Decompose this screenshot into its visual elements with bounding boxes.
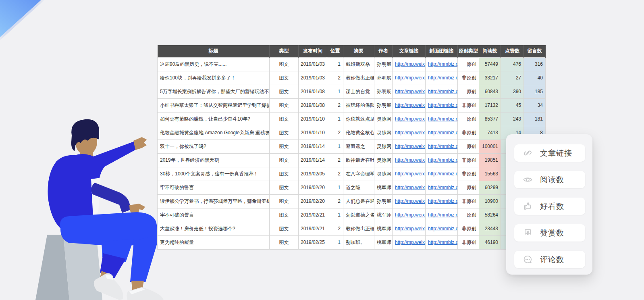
cell-type: 图文 bbox=[270, 167, 299, 181]
panel-item-label: 阅读数 bbox=[540, 175, 564, 185]
cover-link[interactable]: http://mmbiz.c bbox=[428, 198, 458, 204]
cell-reads: 33217 bbox=[479, 71, 501, 85]
eye-icon bbox=[522, 174, 533, 185]
table-row: 给你100块，别再给我发拼多多了！图文2019/01/032教你做出正确孙明展h… bbox=[158, 71, 546, 85]
cell-cover: http://mmbiz.c bbox=[426, 153, 458, 167]
table-row: 30秒，1000个文案灵感，这有一份真香推荐！图文2019/02/052在八字命… bbox=[158, 167, 546, 181]
cell-pos: 1 bbox=[327, 181, 343, 194]
article-link[interactable]: http://mp.weix bbox=[395, 61, 425, 67]
cell-summary: 别加班。 bbox=[343, 235, 374, 249]
article-link[interactable]: http://mp.weix bbox=[395, 116, 425, 122]
cell-title: 这届90后的黑历史，说不完...... bbox=[158, 57, 270, 71]
cell-type: 图文 bbox=[270, 112, 299, 126]
cell-cover: http://mmbiz.c bbox=[426, 57, 458, 71]
cover-link[interactable]: http://mmbiz.c bbox=[428, 130, 458, 135]
cell-orig: 原创 bbox=[458, 57, 479, 71]
cell-comments: 316 bbox=[524, 57, 546, 71]
metrics-panel: 文章链接阅读数好看数赞赏数评论数 bbox=[506, 134, 592, 275]
cover-link[interactable]: http://mmbiz.c bbox=[428, 157, 458, 163]
cell-cover: http://mmbiz.c bbox=[426, 98, 458, 112]
article-link[interactable]: http://mp.weix bbox=[395, 240, 425, 245]
cell-pos: 1 bbox=[327, 235, 343, 249]
column-header-orig: 原创类型 bbox=[458, 45, 479, 57]
cell-title: 如何更有策略的赚钱，让自己少奋斗10年? bbox=[158, 112, 270, 126]
article-link[interactable]: http://mp.weix bbox=[395, 89, 425, 94]
cell-title: 伦敦金融城黄金腹地 Amazon Google旁新房 重磅发售 bbox=[158, 126, 270, 140]
thumbs-up-icon bbox=[522, 201, 533, 212]
cover-link[interactable]: http://mmbiz.c bbox=[428, 240, 458, 245]
cover-link[interactable]: http://mmbiz.c bbox=[428, 185, 458, 190]
cell-link: http://mp.weix bbox=[393, 126, 426, 140]
cell-date: 2019/02/21 bbox=[299, 208, 327, 222]
article-link[interactable]: http://mp.weix bbox=[395, 75, 425, 81]
panel-item-link[interactable]: 文章链接 bbox=[514, 144, 585, 162]
cell-summary: 欧神最近在吐 bbox=[343, 153, 374, 167]
cell-pos: 1 bbox=[327, 57, 343, 71]
comment-icon bbox=[522, 254, 533, 265]
cell-orig: 原创 bbox=[458, 85, 479, 98]
cell-orig: 非原创 bbox=[458, 235, 479, 249]
article-link[interactable]: http://mp.weix bbox=[395, 212, 425, 218]
cell-orig: 非原创 bbox=[458, 71, 479, 85]
cell-type: 图文 bbox=[270, 71, 299, 85]
cell-reads: 19851 bbox=[479, 153, 501, 167]
cover-link[interactable]: http://mmbiz.c bbox=[428, 61, 458, 67]
cell-cover: http://mmbiz.c bbox=[426, 235, 458, 249]
table-row: 2019年，世界经济的黑天鹅图文2019/01/142欧神最近在吐灵脉网http… bbox=[158, 153, 546, 167]
cell-type: 图文 bbox=[270, 181, 299, 194]
cell-title: 更为精纯的能量 bbox=[158, 235, 270, 249]
article-link[interactable]: http://mp.weix bbox=[395, 102, 425, 108]
cover-link[interactable]: http://mmbiz.c bbox=[428, 75, 458, 81]
cell-likes: 476 bbox=[501, 57, 524, 71]
table-row: 小红书种草太狠了：我从交智商税笔记里学到了爆款套路图文2019/01/082被玩… bbox=[158, 98, 546, 112]
cell-summary: 被玩坏的保险 bbox=[343, 98, 374, 112]
cover-link[interactable]: http://mmbiz.c bbox=[428, 226, 458, 231]
cell-author: 孙明展 bbox=[374, 57, 393, 71]
article-link[interactable]: http://mp.weix bbox=[395, 226, 425, 231]
cell-cover: http://mmbiz.c bbox=[426, 208, 458, 222]
cell-orig: 非原创 bbox=[458, 194, 479, 208]
cell-reads: 58264 bbox=[479, 208, 501, 222]
cover-link[interactable]: http://mmbiz.c bbox=[428, 116, 458, 122]
article-link[interactable]: http://mp.weix bbox=[395, 185, 425, 190]
column-header-date: 发布时间 bbox=[299, 45, 327, 57]
cell-date: 2019/01/03 bbox=[299, 57, 327, 71]
cell-title: 牢不可破的誓言 bbox=[158, 208, 270, 222]
cell-author: 桃军师 bbox=[374, 208, 393, 222]
article-link[interactable]: http://mp.weix bbox=[395, 130, 425, 135]
panel-item-reward[interactable]: 赞赏数 bbox=[514, 224, 585, 242]
cell-type: 图文 bbox=[270, 98, 299, 112]
panel-item-thumbs-up[interactable]: 好看数 bbox=[514, 198, 585, 215]
panel-item-comment[interactable]: 评论数 bbox=[514, 251, 585, 268]
cell-comments: 185 bbox=[524, 85, 546, 98]
table-row: 牢不可破的誓言图文2019/02/211勿以道德之名桃军师http://mp.w… bbox=[158, 208, 546, 222]
article-link[interactable]: http://mp.weix bbox=[395, 144, 425, 149]
cover-link[interactable]: http://mmbiz.c bbox=[428, 89, 458, 94]
article-link[interactable]: http://mp.weix bbox=[395, 157, 425, 163]
cell-orig: 原创 bbox=[458, 181, 479, 194]
cover-link[interactable]: http://mmbiz.c bbox=[428, 144, 458, 149]
cover-link[interactable]: http://mmbiz.c bbox=[428, 212, 458, 218]
cell-type: 图文 bbox=[270, 85, 299, 98]
cell-author: 桃军师 bbox=[374, 235, 393, 249]
person-leg-straight bbox=[130, 235, 158, 282]
cell-date: 2019/01/14 bbox=[299, 140, 327, 153]
cell-summary: 教你做出正确 bbox=[343, 71, 374, 85]
column-header-likes: 点赞数 bbox=[501, 45, 524, 57]
cell-comments: 181 bbox=[524, 112, 546, 126]
cover-link[interactable]: http://mmbiz.c bbox=[428, 102, 458, 108]
cell-summary: 避而远之 bbox=[343, 140, 374, 153]
column-header-summary: 摘要 bbox=[343, 45, 374, 57]
cell-link: http://mp.weix bbox=[393, 181, 426, 194]
column-header-author: 作者 bbox=[374, 45, 393, 57]
cell-pos: 2 bbox=[327, 71, 343, 85]
cell-reads: 7413 bbox=[479, 126, 501, 140]
panel-item-eye[interactable]: 阅读数 bbox=[514, 171, 585, 188]
cell-orig: 原创 bbox=[458, 112, 479, 126]
article-link[interactable]: http://mp.weix bbox=[395, 198, 425, 204]
cover-link[interactable]: http://mmbiz.c bbox=[428, 171, 458, 177]
reward-icon bbox=[522, 227, 533, 238]
cell-likes: 390 bbox=[501, 85, 524, 98]
article-link[interactable]: http://mp.weix bbox=[395, 171, 425, 177]
table-row: 读伊顿公学万卷书，行温莎城堡万里路，赚希斯罗机场图文2019/02/202人们总… bbox=[158, 194, 546, 208]
